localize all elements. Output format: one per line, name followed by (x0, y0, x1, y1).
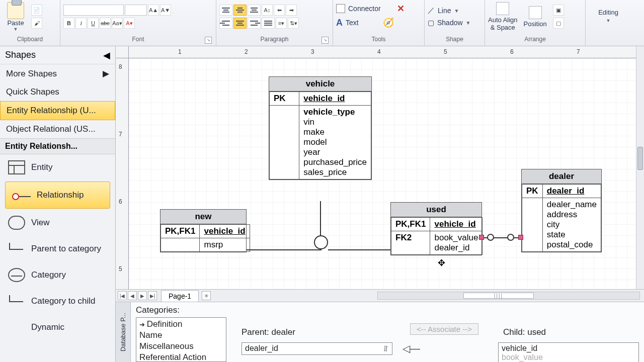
stencil-entity-relationship[interactable]: Entity Relationship (U... (0, 101, 115, 120)
shape-entity[interactable]: Entity (0, 154, 115, 180)
selection-handle-end[interactable] (518, 235, 523, 240)
entity-new[interactable]: new PK,FK1vehicle_id msrp (160, 209, 247, 252)
shrink-font-button[interactable]: A▼ (160, 5, 171, 16)
ribbon-group-tools: Connector✕ AText🧭 Tools (333, 0, 425, 46)
drawing-canvas[interactable]: 1234567 8765 vehicle PKvehicle_id vehicl… (116, 46, 644, 289)
editing-button[interactable]: Editing▼ (598, 9, 618, 25)
bold-button[interactable]: B (63, 18, 74, 29)
selection-handle-start[interactable] (479, 235, 484, 240)
connector-category-new[interactable] (247, 249, 321, 250)
entity-used-fk-label: FK2 (391, 231, 430, 255)
drawing-page[interactable]: vehicle PKvehicle_id vehicle_type vin ma… (129, 58, 636, 289)
paste-button[interactable]: Paste ▼ (3, 2, 28, 32)
entity-used-attrs: book_value dealer_id (430, 231, 482, 255)
orientation-button[interactable]: A↕ (262, 5, 273, 16)
underline-button[interactable]: U (88, 18, 99, 29)
entity-new-pk: vehicle_id (204, 226, 245, 236)
tab-prev-button[interactable]: ◀ (128, 291, 137, 300)
categories-caption: Categories: (136, 305, 639, 315)
paragraph-group-label: Paragraph (260, 36, 288, 43)
shape-parent-to-category[interactable]: Parent to category (0, 236, 115, 262)
page-tab-bar: |◀ ◀ ▶ ▶| Page-1 ✳ |||| (116, 289, 644, 302)
bring-front-button[interactable]: ▣ (553, 5, 564, 16)
shape-category-to-child[interactable]: Category to child (0, 288, 115, 314)
italic-button[interactable]: I (75, 18, 87, 29)
category-definition[interactable]: Definition (139, 319, 223, 330)
ruler-corner (116, 46, 129, 58)
scrollbar-thumb[interactable] (637, 147, 643, 170)
category-icon (8, 268, 25, 282)
parent-field-box[interactable]: dealer_id⥯ (242, 342, 392, 355)
categories-list[interactable]: Definition Name Miscellaneous Referentia… (136, 317, 226, 362)
crow-foot-icon-2 (507, 234, 514, 241)
font-dialog-launcher[interactable]: ↘ (205, 37, 212, 44)
align-left-button[interactable] (219, 18, 232, 29)
shape-view[interactable]: View (0, 210, 115, 236)
horizontal-scrollbar[interactable]: |||| (377, 292, 640, 300)
shadow-button[interactable]: ▢Shadow▼ (428, 17, 471, 28)
shapes-header: Shapes◀ (0, 46, 115, 64)
align-middle-button[interactable] (233, 5, 247, 16)
entity-dealer[interactable]: dealer PKdealer_id dealer_name address c… (521, 169, 602, 252)
align-center-button[interactable] (233, 18, 247, 29)
send-back-button[interactable]: ▢ (553, 18, 564, 29)
line-label: Line (438, 7, 451, 15)
position-icon (529, 6, 542, 19)
shape-relationship[interactable]: Relationship (5, 182, 110, 209)
compass-icon[interactable]: 🧭 (383, 17, 394, 28)
indent-inc-button[interactable]: ➡ (286, 5, 297, 16)
shapes-panel: Shapes◀ More Shapes▶ Quick Shapes Entity… (0, 46, 116, 362)
child-field-box[interactable]: vehicle_id book_value (498, 342, 639, 362)
entity-dealer-pk: dealer_id (547, 186, 585, 196)
copy-button[interactable]: 📄 (31, 5, 42, 16)
quick-shapes-link[interactable]: Quick Shapes (0, 83, 115, 101)
close-icon[interactable]: ✕ (397, 3, 405, 14)
font-picker[interactable] (63, 5, 124, 16)
stencil-object-relational[interactable]: Object Relational (US... (0, 120, 115, 138)
category-misc[interactable]: Miscellaneous (139, 341, 223, 352)
shape-category[interactable]: Category (0, 262, 115, 288)
entity-vehicle[interactable]: vehicle PKvehicle_id vehicle_type vin ma… (269, 76, 372, 180)
tab-last-button[interactable]: ▶| (148, 291, 157, 300)
bullets-button[interactable]: ≡▾ (276, 18, 287, 29)
grow-font-button[interactable]: A▲ (148, 5, 159, 16)
strike-button[interactable]: abc (100, 18, 111, 29)
text-tool[interactable]: AText🧭 (336, 17, 398, 28)
entity-used[interactable]: used PK,FK1vehicle_id FK2 book_value dea… (390, 202, 482, 255)
shape-dynamic[interactable]: Dynamic (0, 314, 115, 340)
case-button[interactable]: Aa▾ (112, 18, 123, 29)
connector-category-used[interactable] (328, 249, 390, 250)
align-bottom-button[interactable] (248, 5, 261, 16)
collapse-icon[interactable]: ◀ (103, 50, 110, 61)
font-color-button[interactable]: A▾ (124, 18, 135, 29)
tab-page-1[interactable]: Page-1 (161, 290, 199, 302)
tab-new-button[interactable]: ✳ (202, 291, 211, 300)
paragraph-dialog-launcher[interactable]: ↘ (321, 37, 329, 44)
justify-button[interactable] (262, 18, 275, 29)
tab-first-button[interactable]: |◀ (118, 291, 127, 300)
database-properties-tab[interactable]: Database P... (116, 302, 131, 362)
more-shapes-link[interactable]: More Shapes▶ (0, 64, 115, 83)
connector-vehicle-category[interactable] (320, 201, 321, 237)
arrow-icon: ◁— (403, 342, 420, 354)
vertical-scrollbar[interactable] (636, 46, 644, 289)
ribbon-group-paragraph: A↕ ⬅ ➡ ≡▾ ⇅▾ Paragraph↘ (216, 0, 333, 46)
connector-tool[interactable]: Connector✕ (336, 2, 409, 15)
auto-align-button[interactable]: Auto Align & Space (488, 2, 518, 31)
fontsize-picker[interactable] (125, 5, 147, 16)
indent-dec-button[interactable]: ⬅ (274, 5, 285, 16)
align-right-button[interactable] (248, 18, 261, 29)
p2c-icon (8, 242, 25, 256)
line-style-button[interactable]: ／Line▼ (428, 5, 471, 16)
format-painter-button[interactable]: 🖌 (31, 18, 42, 29)
tab-next-button[interactable]: ▶ (138, 291, 147, 300)
spacing-button[interactable]: ⇅▾ (288, 18, 299, 29)
position-button[interactable]: Position (524, 6, 547, 28)
category-referential[interactable]: Referential Action (139, 352, 223, 362)
align-top-button[interactable] (219, 5, 232, 16)
category-symbol[interactable] (314, 235, 328, 249)
category-name[interactable]: Name (139, 330, 223, 341)
h-scroll-thumb[interactable]: |||| (463, 293, 534, 299)
shape-group-label: Shape (428, 35, 481, 46)
associate-button[interactable]: <-- Associate --> (410, 323, 478, 335)
